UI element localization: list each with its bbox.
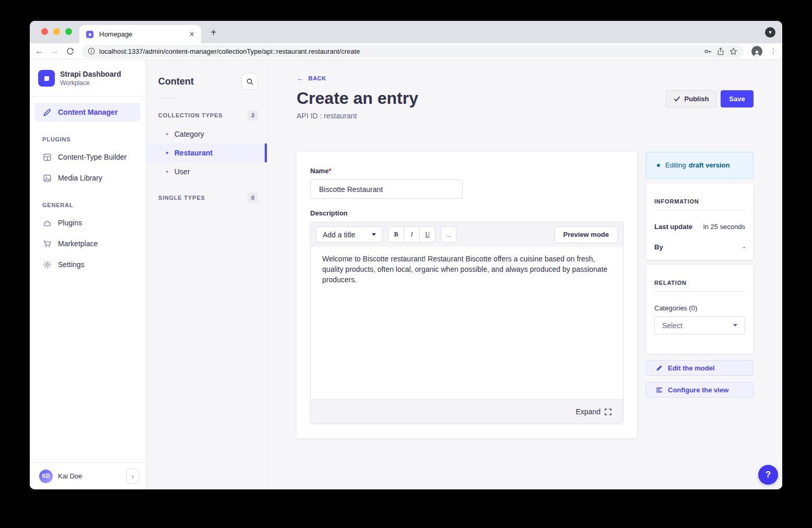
sidebar-item-plugins[interactable]: Plugins (35, 213, 140, 232)
password-key-icon[interactable] (703, 47, 712, 56)
publish-button[interactable]: Publish (666, 90, 716, 107)
puzzle-icon (42, 219, 52, 227)
user-avatar[interactable]: KD (39, 470, 53, 483)
sidebar-item-content-manager[interactable]: Content Manager (35, 103, 140, 122)
description-textarea[interactable]: Welcome to Biscotte restaurant! Restaura… (311, 247, 623, 399)
user-name: Kai Doe (58, 472, 121, 480)
back-link[interactable]: ← BACK (297, 74, 326, 82)
italic-button[interactable]: I (404, 226, 420, 243)
single-types-count-badge: 0 (248, 193, 258, 203)
help-button[interactable]: ? (758, 465, 778, 485)
save-button[interactable]: Save (721, 90, 754, 107)
minimize-window-button[interactable] (53, 28, 60, 35)
subnav-item-category[interactable]: Category (146, 125, 267, 143)
sidebar-item-content-type-builder[interactable]: Content-Type Builder (35, 148, 140, 166)
panel-divider (654, 291, 745, 292)
layout-icon (42, 153, 52, 162)
url-bar[interactable]: localhost:1337/admin/content-manager/col… (81, 45, 744, 58)
name-input[interactable] (310, 179, 463, 199)
maximize-window-button[interactable] (65, 28, 72, 35)
sidebar-item-settings[interactable]: Settings (35, 255, 140, 274)
browser-menu-icon[interactable]: ⋮ (770, 47, 777, 55)
strapi-app: Strapi Dashboard Workplace Content Manag… (30, 59, 782, 489)
image-icon (42, 174, 52, 183)
draft-prefix: Editing (665, 161, 686, 169)
sidebar-item-label: Marketplace (58, 239, 98, 248)
info-icon[interactable] (88, 47, 95, 55)
feather-icon (42, 108, 52, 117)
preview-mode-button[interactable]: Preview mode (555, 226, 618, 243)
tab-strip: Homepage ✕ + ▼ (30, 21, 782, 43)
browser-window: Homepage ✕ + ▼ ← → localhost:1337/admin/… (30, 21, 782, 489)
group-label-single-types: SINGLE TYPES (158, 195, 205, 201)
format-button-group: B I U (388, 226, 436, 243)
configure-icon (656, 387, 663, 393)
sidebar-item-marketplace[interactable]: Marketplace (35, 234, 140, 253)
search-button[interactable] (241, 73, 258, 90)
categories-select[interactable]: Select (654, 316, 745, 334)
subnav-item-user[interactable]: User (146, 162, 267, 181)
gear-icon (42, 260, 52, 269)
edit-model-button[interactable]: Edit the model (646, 360, 754, 376)
back-icon[interactable]: ← (35, 47, 43, 55)
sidebar-item-media-library[interactable]: Media Library (35, 169, 140, 187)
sidebar-item-label: Content Manager (58, 108, 117, 116)
close-tab-icon[interactable]: ✕ (189, 30, 195, 38)
workspace-brand[interactable]: Strapi Dashboard Workplace (30, 59, 146, 96)
description-editor: Add a title B I U ... Preview mode Welco… (310, 222, 623, 424)
sidebar-item-label: Plugins (58, 219, 82, 227)
workspace-subtitle: Workplace (60, 79, 121, 87)
underline-button[interactable]: U (419, 226, 436, 243)
share-icon[interactable] (716, 47, 725, 56)
chevron-down-icon (372, 233, 376, 236)
name-field-label: Name* (310, 167, 331, 175)
browser-toolbar: ← → localhost:1337/admin/content-manager… (30, 43, 782, 59)
information-title: INFORMATION (654, 198, 745, 205)
subnav-item-restaurant[interactable]: Restaurant (146, 143, 267, 162)
reload-icon[interactable] (66, 47, 74, 55)
sidebar-section-plugins: PLUGINS (30, 124, 146, 146)
bullet-icon (166, 171, 168, 173)
editor-footer: Expand (311, 399, 623, 424)
cart-icon (42, 239, 52, 248)
expand-label[interactable]: Expand (576, 407, 601, 416)
expand-icon[interactable] (605, 409, 611, 415)
draft-status-banner: Editing draft version (646, 152, 754, 178)
configure-view-button[interactable]: Configure the view (646, 382, 754, 398)
chrome-profile-chevron-icon[interactable]: ▼ (765, 27, 775, 38)
information-panel: INFORMATION Last update in 25 seconds By… (646, 184, 754, 260)
bold-button[interactable]: B (388, 226, 404, 243)
back-label: BACK (309, 75, 326, 81)
browser-tab[interactable]: Homepage ✕ (79, 25, 201, 43)
collapse-sidebar-button[interactable]: ‹ (126, 469, 139, 484)
by-row: By - (654, 243, 745, 251)
subnav-item-label: Category (174, 130, 204, 138)
back-arrow-icon: ← (297, 74, 304, 82)
title-style-select[interactable]: Add a title (316, 226, 383, 243)
subnav-item-label: Restaurant (174, 149, 213, 157)
close-window-button[interactable] (41, 28, 48, 35)
subnav-title: Content (158, 76, 194, 87)
window-controls[interactable] (41, 28, 72, 35)
bookmark-star-icon[interactable] (729, 47, 738, 56)
sidebar-user-row: KD Kai Doe ‹ (30, 462, 146, 489)
entry-aside: Editing draft version INFORMATION Last u… (646, 152, 754, 398)
check-icon (674, 96, 680, 102)
forward-icon[interactable]: → (51, 47, 59, 55)
sidebar-item-label: Content-Type Builder (58, 153, 127, 161)
workspace-title: Strapi Dashboard (60, 70, 121, 78)
new-tab-button[interactable]: + (210, 27, 217, 39)
panel-divider (654, 210, 745, 210)
url-text[interactable]: localhost:1337/admin/content-manager/col… (99, 47, 699, 55)
bullet-icon (166, 133, 168, 135)
more-formats-button[interactable]: ... (441, 226, 456, 243)
content-subnav: Content COLLECTION TYPES 3 Category (146, 59, 267, 489)
sidebar-item-label: Media Library (58, 174, 102, 182)
page-title: Create an entry (297, 89, 418, 108)
api-id-subtitle: API ID : restaurant (297, 112, 357, 120)
bullet-icon (166, 152, 168, 154)
profile-avatar-icon[interactable] (751, 46, 762, 57)
collection-types-count-badge: 3 (248, 110, 258, 121)
draft-dot-icon (657, 164, 660, 167)
chevron-down-icon (733, 324, 737, 327)
